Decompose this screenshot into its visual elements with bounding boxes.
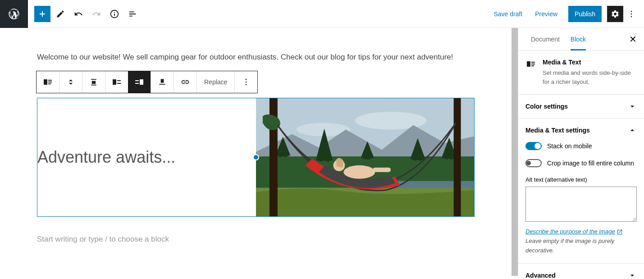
tab-block[interactable]: Block (565, 28, 591, 50)
block-info-desc: Set media and words side-by-side for a r… (543, 69, 637, 86)
undo-icon (74, 9, 83, 18)
close-sidebar-button[interactable]: ✕ (629, 34, 637, 45)
scroll-track (511, 28, 518, 279)
plus-icon (37, 9, 48, 19)
media-text-image[interactable] (256, 98, 475, 216)
section-media-text-header[interactable]: Media & Text settings (518, 119, 644, 142)
undo-button[interactable] (70, 6, 87, 22)
outline-icon (128, 9, 137, 19)
chevron-down-icon (628, 102, 637, 111)
svg-rect-32 (527, 61, 530, 67)
vertical-align-button[interactable] (151, 71, 174, 93)
block-info-panel: Media & Text Set media and words side-by… (518, 50, 644, 95)
chevron-down-icon (628, 271, 637, 279)
save-draft-button[interactable]: Save draft (487, 10, 529, 18)
svg-rect-11 (117, 80, 121, 81)
svg-rect-5 (48, 82, 52, 82)
settings-sidebar: Document Block ✕ Media & Text Set media … (518, 28, 644, 279)
gear-icon (611, 9, 620, 18)
alt-text-helper: Describe the purpose of the image Leave … (525, 227, 637, 255)
edit-mode-button[interactable] (52, 6, 69, 22)
more-vertical-icon (627, 9, 636, 18)
alt-text-input[interactable] (525, 187, 637, 222)
toggle-stack-mobile[interactable] (525, 142, 542, 150)
svg-rect-15 (140, 79, 143, 85)
chevron-up-icon (628, 126, 637, 135)
intro-paragraph[interactable]: Welcome to our website! We sell camping … (37, 53, 478, 62)
toolbar-left-group (28, 6, 141, 22)
sidebar-tabs: Document Block ✕ (518, 28, 644, 50)
block-placeholder[interactable]: Start writing or type / to choose a bloc… (37, 235, 478, 244)
block-more-button[interactable] (235, 71, 257, 93)
alt-text-label: Alt text (alternative text) (525, 176, 637, 183)
more-options-button[interactable] (623, 6, 639, 22)
workspace: Welcome to our website! We sell camping … (0, 28, 644, 279)
svg-point-0 (631, 10, 632, 12)
svg-point-18 (246, 79, 247, 80)
toggle-crop-fill-row: Crop image to fill entire column (525, 159, 637, 167)
add-block-button[interactable] (34, 6, 50, 22)
media-left-icon (111, 77, 122, 87)
hammock-photo (256, 98, 475, 216)
media-right-button[interactable] (128, 71, 151, 93)
section-advanced-header[interactable]: Advanced (518, 264, 644, 279)
publish-button[interactable]: Publish (568, 6, 602, 22)
settings-button[interactable] (607, 6, 623, 22)
section-color-header[interactable]: Color settings (518, 95, 644, 118)
svg-rect-35 (531, 65, 534, 66)
wordpress-icon (8, 8, 20, 20)
media-text-block[interactable]: Adventure awaits... (37, 98, 475, 217)
describe-image-link[interactable]: Describe the purpose of the image (525, 228, 615, 235)
redo-icon (92, 9, 101, 18)
toggle-crop-fill[interactable] (525, 159, 542, 167)
svg-rect-14 (135, 83, 139, 84)
block-info-title: Media & Text (543, 59, 637, 66)
move-button[interactable] (59, 71, 82, 93)
block-info-icon (525, 59, 536, 86)
media-text-icon (525, 59, 536, 69)
svg-point-19 (246, 82, 247, 83)
alt-text-helper-rest: Leave empty if the image is purely decor… (525, 238, 614, 254)
toolbar-right-group: Save draft Preview Publish (487, 6, 644, 22)
section-media-text-title: Media & Text settings (525, 127, 590, 134)
align-icon (89, 78, 98, 87)
media-text-heading[interactable]: Adventure awaits... (37, 148, 175, 167)
svg-rect-10 (113, 79, 116, 85)
info-icon (110, 9, 119, 19)
outline-button[interactable] (124, 6, 141, 22)
scroll-thumb[interactable] (512, 28, 518, 276)
section-advanced-title: Advanced (525, 272, 556, 279)
tab-document[interactable]: Document (525, 28, 565, 50)
preview-button[interactable]: Preview (529, 10, 564, 18)
svg-rect-8 (92, 81, 96, 84)
svg-rect-33 (531, 62, 535, 63)
link-button[interactable] (174, 71, 196, 93)
section-color-title: Color settings (525, 103, 568, 110)
svg-point-1 (631, 13, 632, 14)
svg-rect-16 (161, 79, 164, 82)
wordpress-logo[interactable] (0, 0, 28, 28)
section-advanced: Advanced (518, 264, 644, 279)
valign-icon (158, 78, 167, 87)
svg-rect-31 (373, 168, 391, 172)
svg-rect-3 (44, 79, 47, 85)
resize-handle[interactable] (253, 154, 259, 160)
align-button[interactable] (82, 71, 105, 93)
media-left-button[interactable] (105, 71, 128, 93)
replace-button[interactable]: Replace (197, 71, 234, 93)
svg-rect-7 (91, 79, 96, 80)
toggle-stack-mobile-row: Stack on mobile (525, 142, 637, 150)
svg-rect-4 (48, 80, 52, 81)
media-text-content[interactable]: Adventure awaits... (37, 98, 256, 216)
svg-rect-13 (135, 80, 139, 81)
editor-canvas[interactable]: Welcome to our website! We sell camping … (0, 28, 518, 279)
redo-button[interactable] (88, 6, 105, 22)
block-toolbar: Replace (36, 71, 258, 93)
media-right-icon (134, 77, 145, 87)
more-vertical-icon (242, 78, 251, 87)
external-link-icon (617, 229, 623, 235)
info-button[interactable] (106, 6, 123, 22)
svg-rect-34 (531, 64, 535, 64)
block-type-button[interactable] (37, 71, 59, 93)
toggle-crop-fill-label: Crop image to fill entire column (547, 160, 634, 167)
